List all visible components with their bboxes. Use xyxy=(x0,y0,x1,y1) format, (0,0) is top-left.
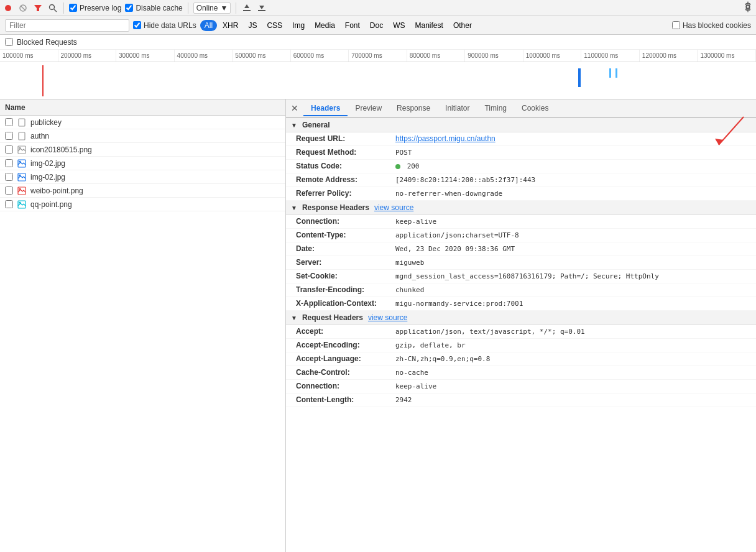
status-code-row: Status Code: 200 xyxy=(286,160,756,173)
reqh-accept-encoding-key: Accept-Encoding: xyxy=(296,341,395,349)
remote-address-key: Remote Address: xyxy=(296,175,395,184)
reqh-cache-control-key: Cache-Control: xyxy=(296,368,395,377)
status-code-val: 200 xyxy=(395,162,420,170)
reqh-accept-encoding-row: Accept-Encoding: gzip, deflate, br xyxy=(286,339,756,352)
file-item-name: img-02.jpg xyxy=(30,159,65,168)
rh-server-key: Server: xyxy=(296,258,395,267)
timeline-label-5: 500000 ms xyxy=(233,50,291,62)
filter-other[interactable]: Other xyxy=(449,20,476,31)
request-headers-title: Request Headers xyxy=(302,313,363,322)
timeline-label-8: 800000 ms xyxy=(407,50,466,62)
response-headers-title: Response Headers xyxy=(302,203,369,212)
filter-all[interactable]: All xyxy=(200,20,217,31)
list-item[interactable]: publickey xyxy=(0,116,285,129)
filter-xhr[interactable]: XHR xyxy=(218,20,242,31)
filter-img[interactable]: Img xyxy=(288,20,309,31)
timeline-label-1: 100000 ms xyxy=(0,50,58,62)
tab-timing[interactable]: Timing xyxy=(477,101,514,116)
settings-button[interactable] xyxy=(742,1,754,14)
reqh-connection-key: Connection: xyxy=(296,382,395,390)
general-title: General xyxy=(302,121,330,129)
tab-preview[interactable]: Preview xyxy=(348,101,389,116)
filter-js[interactable]: JS xyxy=(244,20,261,31)
file-item-checkbox[interactable] xyxy=(5,159,13,167)
disable-cache-checkbox[interactable] xyxy=(125,4,133,12)
download-button[interactable] xyxy=(256,4,267,12)
timeline-label-4: 400000 ms xyxy=(175,50,233,62)
file-item-checkbox[interactable] xyxy=(5,132,13,140)
list-item[interactable]: icon20180515.png xyxy=(0,143,285,157)
filter-doc[interactable]: Doc xyxy=(366,20,387,31)
response-headers-section-header: ▼ Response Headers view source xyxy=(286,201,756,215)
file-item-name: weibo-point.png xyxy=(30,186,83,195)
request-url-row: Request URL: https://passport.migu.cn/au… xyxy=(286,132,756,146)
tab-close-button[interactable]: ✕ xyxy=(286,101,303,116)
filter-media[interactable]: Media xyxy=(310,20,339,31)
clear-button[interactable] xyxy=(17,4,29,12)
filter-font[interactable]: Font xyxy=(341,20,364,31)
timeline-label-13: 1300000 ms xyxy=(698,50,756,62)
upload-icon xyxy=(242,4,251,12)
clear-icon xyxy=(19,4,27,12)
svg-rect-12 xyxy=(19,132,25,140)
disable-cache-checkbox-label[interactable]: Disable cache xyxy=(125,4,182,12)
blocked-requests-row: Blocked Requests xyxy=(0,35,756,50)
hide-data-urls-checkbox[interactable] xyxy=(133,21,141,29)
list-item[interactable]: weibo-point.png xyxy=(0,184,285,198)
file-item-checkbox[interactable] xyxy=(5,186,13,195)
list-item[interactable]: img-02.jpg xyxy=(0,170,285,184)
filter-button[interactable] xyxy=(32,4,44,12)
reqh-accept-language-val: zh-CN,zh;q=0.9,en;q=0.8 xyxy=(395,355,490,363)
online-select[interactable]: Online ▼ xyxy=(193,2,231,14)
file-item-checkbox[interactable] xyxy=(5,118,13,126)
tab-headers[interactable]: Headers xyxy=(303,101,348,116)
file-icon xyxy=(17,131,27,141)
preserve-log-checkbox-label[interactable]: Preserve log xyxy=(69,4,121,12)
reqh-content-length-row: Content-Length: 2942 xyxy=(286,393,756,407)
svg-point-4 xyxy=(50,4,55,9)
blocked-requests-checkbox[interactable] xyxy=(5,38,13,46)
online-label: Online xyxy=(196,4,218,12)
hide-data-urls-label[interactable]: Hide data URLs xyxy=(133,21,196,30)
search-button[interactable] xyxy=(47,4,58,12)
tab-cookies[interactable]: Cookies xyxy=(514,101,556,116)
file-item-checkbox[interactable] xyxy=(5,173,13,181)
rh-x-app-context-key: X-Application-Context: xyxy=(296,299,395,308)
request-url-val[interactable]: https://passport.migu.cn/authn xyxy=(395,134,496,143)
filter-ws[interactable]: WS xyxy=(389,20,409,31)
gear-icon xyxy=(742,1,754,12)
image-file-icon-red xyxy=(17,186,27,196)
filter-input[interactable] xyxy=(5,19,129,32)
rh-server-row: Server: miguweb xyxy=(286,256,756,270)
list-item[interactable]: qq-point.png xyxy=(0,198,285,211)
search-icon xyxy=(48,4,57,12)
record-button[interactable] xyxy=(2,4,14,12)
preserve-log-checkbox[interactable] xyxy=(69,4,77,12)
reqh-connection-val: keep-alive xyxy=(395,382,436,390)
status-code-key: Status Code: xyxy=(296,162,395,170)
rh-content-type-row: Content-Type: application/json;charset=U… xyxy=(286,229,756,242)
rh-set-cookie-row: Set-Cookie: mgnd_session_last_access=160… xyxy=(286,270,756,283)
has-blocked-cookies-checkbox[interactable] xyxy=(672,21,680,29)
file-item-checkbox[interactable] xyxy=(5,145,13,154)
request-headers-view-source[interactable]: view source xyxy=(368,313,407,322)
remote-address-row: Remote Address: [2409:8c20:1214:200::ab5… xyxy=(286,173,756,187)
filter-css[interactable]: CSS xyxy=(262,20,287,31)
blocked-requests-label: Blocked Requests xyxy=(17,38,77,47)
list-item[interactable]: img-02.jpg xyxy=(0,157,285,170)
tab-initiator[interactable]: Initiator xyxy=(438,101,477,116)
response-headers-view-source[interactable]: view source xyxy=(374,203,413,212)
general-section-header: ▼ General xyxy=(286,118,756,132)
reqh-accept-language-row: Accept-Language: zh-CN,zh;q=0.9,en;q=0.8 xyxy=(286,352,756,366)
rh-date-key: Date: xyxy=(296,244,395,253)
request-method-val: POST xyxy=(395,149,412,157)
triangle-icon: ▼ xyxy=(291,122,297,129)
status-dot xyxy=(395,164,400,169)
tab-response[interactable]: Response xyxy=(389,101,438,116)
list-item[interactable]: authn xyxy=(0,129,285,143)
filter-manifest[interactable]: Manifest xyxy=(411,20,448,31)
timeline-label-9: 900000 ms xyxy=(465,50,523,62)
upload-button[interactable] xyxy=(241,4,252,12)
rh-server-val: miguweb xyxy=(395,259,424,267)
file-item-checkbox[interactable] xyxy=(5,200,13,208)
